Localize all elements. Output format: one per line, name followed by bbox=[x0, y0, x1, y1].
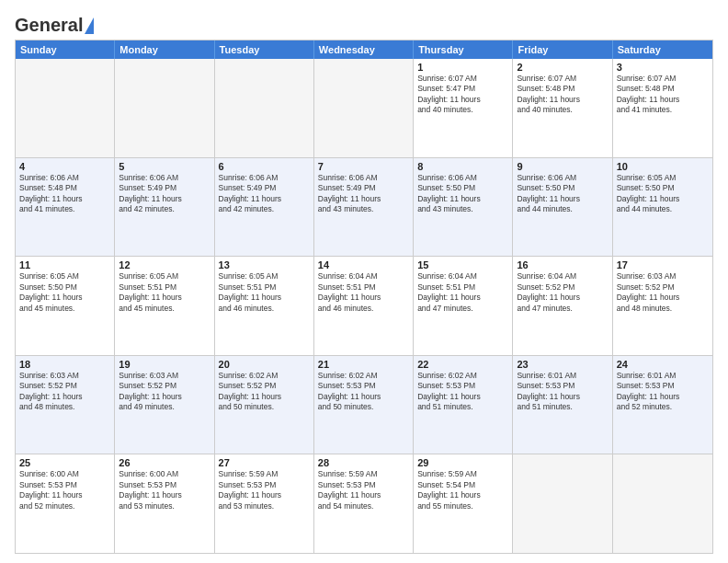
day-info: Sunrise: 6:02 AM Sunset: 5:53 PM Dayligh… bbox=[417, 371, 508, 413]
calendar-cell: 23Sunrise: 6:01 AM Sunset: 5:53 PM Dayli… bbox=[513, 356, 612, 454]
calendar-row: 25Sunrise: 6:00 AM Sunset: 5:53 PM Dayli… bbox=[16, 454, 712, 553]
day-info: Sunrise: 6:03 AM Sunset: 5:52 PM Dayligh… bbox=[19, 371, 110, 413]
calendar-cell: 22Sunrise: 6:02 AM Sunset: 5:53 PM Dayli… bbox=[414, 356, 513, 454]
logo-wrapper: General bbox=[15, 15, 94, 36]
calendar-cell: 13Sunrise: 6:05 AM Sunset: 5:51 PM Dayli… bbox=[215, 257, 314, 355]
calendar-cell: 25Sunrise: 6:00 AM Sunset: 5:53 PM Dayli… bbox=[16, 454, 115, 553]
calendar-header: SundayMondayTuesdayWednesdayThursdayFrid… bbox=[16, 40, 712, 59]
calendar-cell: 15Sunrise: 6:04 AM Sunset: 5:51 PM Dayli… bbox=[414, 257, 513, 355]
calendar-cell: 11Sunrise: 6:05 AM Sunset: 5:50 PM Dayli… bbox=[16, 257, 115, 355]
calendar-cell: 8Sunrise: 6:06 AM Sunset: 5:50 PM Daylig… bbox=[414, 158, 513, 257]
logo-general-text: General bbox=[15, 15, 83, 36]
day-info: Sunrise: 6:06 AM Sunset: 5:49 PM Dayligh… bbox=[318, 173, 409, 215]
day-number: 4 bbox=[19, 161, 110, 172]
calendar-cell: 9Sunrise: 6:06 AM Sunset: 5:50 PM Daylig… bbox=[513, 158, 612, 257]
calendar-cell: 1Sunrise: 6:07 AM Sunset: 5:47 PM Daylig… bbox=[414, 59, 513, 157]
calendar-cell: 12Sunrise: 6:05 AM Sunset: 5:51 PM Dayli… bbox=[115, 257, 214, 355]
day-number: 24 bbox=[617, 359, 709, 370]
day-info: Sunrise: 6:03 AM Sunset: 5:52 PM Dayligh… bbox=[617, 271, 709, 314]
calendar-header-cell: Sunday bbox=[16, 40, 115, 59]
calendar-cell: 10Sunrise: 6:05 AM Sunset: 5:50 PM Dayli… bbox=[613, 158, 712, 257]
calendar-cell: 26Sunrise: 6:00 AM Sunset: 5:53 PM Dayli… bbox=[115, 454, 214, 553]
day-number: 3 bbox=[617, 62, 709, 73]
calendar-header-cell: Friday bbox=[513, 40, 612, 59]
calendar-cell bbox=[613, 454, 712, 553]
day-number: 16 bbox=[517, 259, 608, 270]
calendar-cell: 20Sunrise: 6:02 AM Sunset: 5:52 PM Dayli… bbox=[215, 356, 314, 454]
day-info: Sunrise: 6:01 AM Sunset: 5:53 PM Dayligh… bbox=[517, 371, 608, 413]
calendar: SundayMondayTuesdayWednesdayThursdayFrid… bbox=[15, 40, 713, 554]
day-number: 26 bbox=[119, 457, 210, 468]
day-info: Sunrise: 5:59 AM Sunset: 5:53 PM Dayligh… bbox=[318, 469, 409, 511]
logo-triangle-icon bbox=[85, 17, 94, 34]
day-info: Sunrise: 6:00 AM Sunset: 5:53 PM Dayligh… bbox=[119, 469, 210, 511]
day-number: 27 bbox=[219, 457, 310, 468]
calendar-cell: 29Sunrise: 5:59 AM Sunset: 5:54 PM Dayli… bbox=[414, 454, 513, 553]
day-info: Sunrise: 6:04 AM Sunset: 5:51 PM Dayligh… bbox=[417, 271, 508, 314]
day-info: Sunrise: 6:04 AM Sunset: 5:51 PM Dayligh… bbox=[318, 271, 409, 314]
day-info: Sunrise: 6:06 AM Sunset: 5:49 PM Dayligh… bbox=[119, 173, 210, 215]
day-info: Sunrise: 6:07 AM Sunset: 5:48 PM Dayligh… bbox=[517, 74, 608, 116]
day-info: Sunrise: 6:07 AM Sunset: 5:47 PM Dayligh… bbox=[417, 74, 508, 116]
day-number: 2 bbox=[517, 62, 608, 73]
calendar-cell: 5Sunrise: 6:06 AM Sunset: 5:49 PM Daylig… bbox=[115, 158, 214, 257]
day-number: 25 bbox=[19, 457, 110, 468]
day-number: 7 bbox=[318, 161, 409, 172]
day-info: Sunrise: 6:02 AM Sunset: 5:52 PM Dayligh… bbox=[219, 371, 310, 413]
calendar-cell: 21Sunrise: 6:02 AM Sunset: 5:53 PM Dayli… bbox=[314, 356, 414, 454]
calendar-row: 4Sunrise: 6:06 AM Sunset: 5:48 PM Daylig… bbox=[16, 157, 712, 257]
day-number: 9 bbox=[517, 161, 608, 172]
day-info: Sunrise: 6:02 AM Sunset: 5:53 PM Dayligh… bbox=[318, 371, 409, 413]
calendar-body: 1Sunrise: 6:07 AM Sunset: 5:47 PM Daylig… bbox=[16, 59, 712, 553]
day-number: 21 bbox=[318, 359, 409, 370]
logo: General bbox=[15, 15, 94, 34]
calendar-cell: 4Sunrise: 6:06 AM Sunset: 5:48 PM Daylig… bbox=[16, 158, 115, 257]
day-number: 19 bbox=[119, 359, 210, 370]
day-info: Sunrise: 6:06 AM Sunset: 5:48 PM Dayligh… bbox=[19, 173, 110, 215]
day-info: Sunrise: 6:05 AM Sunset: 5:51 PM Dayligh… bbox=[119, 271, 210, 314]
day-info: Sunrise: 6:05 AM Sunset: 5:50 PM Dayligh… bbox=[617, 173, 709, 215]
day-number: 20 bbox=[219, 359, 310, 370]
calendar-cell bbox=[115, 59, 214, 157]
calendar-cell: 3Sunrise: 6:07 AM Sunset: 5:48 PM Daylig… bbox=[613, 59, 712, 157]
calendar-cell: 27Sunrise: 5:59 AM Sunset: 5:53 PM Dayli… bbox=[215, 454, 314, 553]
calendar-cell: 24Sunrise: 6:01 AM Sunset: 5:53 PM Dayli… bbox=[613, 356, 712, 454]
calendar-cell: 17Sunrise: 6:03 AM Sunset: 5:52 PM Dayli… bbox=[613, 257, 712, 355]
day-number: 12 bbox=[119, 259, 210, 270]
calendar-cell: 16Sunrise: 6:04 AM Sunset: 5:52 PM Dayli… bbox=[513, 257, 612, 355]
day-number: 13 bbox=[219, 259, 310, 270]
day-number: 10 bbox=[617, 161, 709, 172]
calendar-row: 1Sunrise: 6:07 AM Sunset: 5:47 PM Daylig… bbox=[16, 59, 712, 157]
calendar-cell bbox=[314, 59, 414, 157]
calendar-cell: 7Sunrise: 6:06 AM Sunset: 5:49 PM Daylig… bbox=[314, 158, 414, 257]
day-number: 18 bbox=[19, 359, 110, 370]
day-info: Sunrise: 6:05 AM Sunset: 5:50 PM Dayligh… bbox=[19, 271, 110, 314]
calendar-header-cell: Monday bbox=[115, 40, 214, 59]
day-info: Sunrise: 6:03 AM Sunset: 5:52 PM Dayligh… bbox=[119, 371, 210, 413]
day-info: Sunrise: 6:04 AM Sunset: 5:52 PM Dayligh… bbox=[517, 271, 608, 314]
day-number: 5 bbox=[119, 161, 210, 172]
day-number: 28 bbox=[318, 457, 409, 468]
calendar-cell bbox=[16, 59, 115, 157]
calendar-cell: 14Sunrise: 6:04 AM Sunset: 5:51 PM Dayli… bbox=[314, 257, 414, 355]
day-number: 11 bbox=[19, 259, 110, 270]
day-info: Sunrise: 6:06 AM Sunset: 5:50 PM Dayligh… bbox=[517, 173, 608, 215]
day-info: Sunrise: 6:06 AM Sunset: 5:49 PM Dayligh… bbox=[219, 173, 310, 215]
day-number: 23 bbox=[517, 359, 608, 370]
day-info: Sunrise: 6:07 AM Sunset: 5:48 PM Dayligh… bbox=[617, 74, 709, 116]
day-number: 14 bbox=[318, 259, 409, 270]
calendar-cell: 6Sunrise: 6:06 AM Sunset: 5:49 PM Daylig… bbox=[215, 158, 314, 257]
calendar-header-cell: Tuesday bbox=[215, 40, 314, 59]
day-number: 1 bbox=[417, 62, 508, 73]
day-number: 8 bbox=[417, 161, 508, 172]
day-info: Sunrise: 5:59 AM Sunset: 5:53 PM Dayligh… bbox=[219, 469, 310, 511]
page: General SundayMondayTuesdayWednesdayThur… bbox=[0, 0, 728, 563]
calendar-cell bbox=[215, 59, 314, 157]
day-info: Sunrise: 6:05 AM Sunset: 5:51 PM Dayligh… bbox=[219, 271, 310, 314]
calendar-cell: 28Sunrise: 5:59 AM Sunset: 5:53 PM Dayli… bbox=[314, 454, 414, 553]
day-number: 15 bbox=[417, 259, 508, 270]
calendar-cell: 2Sunrise: 6:07 AM Sunset: 5:48 PM Daylig… bbox=[513, 59, 612, 157]
day-number: 22 bbox=[417, 359, 508, 370]
calendar-cell: 18Sunrise: 6:03 AM Sunset: 5:52 PM Dayli… bbox=[16, 356, 115, 454]
day-info: Sunrise: 6:00 AM Sunset: 5:53 PM Dayligh… bbox=[19, 469, 110, 511]
